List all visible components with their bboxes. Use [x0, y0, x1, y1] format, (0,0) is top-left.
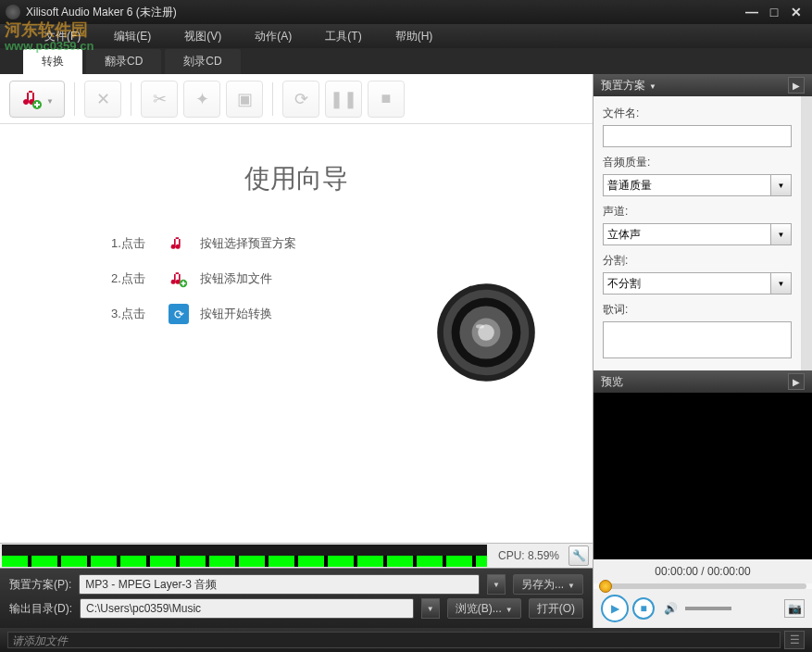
- wizard-step-3-text: 按钮开始转换: [200, 306, 272, 322]
- wizard-step-2: 2.点击 按钮添加文件: [111, 269, 296, 289]
- properties-panel: 文件名: 音频质量: 声道: 分割: 歌词:: [593, 96, 812, 370]
- delete-button[interactable]: ✕: [84, 81, 121, 118]
- add-file-icon: [169, 269, 189, 289]
- quality-dropdown-icon[interactable]: [771, 174, 792, 196]
- wizard-title: 使用向导: [244, 161, 348, 196]
- profile-dropdown-button[interactable]: [487, 574, 506, 595]
- seek-knob-icon[interactable]: [599, 580, 612, 593]
- snapshot-button[interactable]: 📷: [784, 599, 805, 618]
- status-bar: 请添加文件 ☰: [0, 628, 812, 652]
- status-list-button[interactable]: ☰: [784, 631, 805, 649]
- preset-collapse-button[interactable]: [788, 77, 805, 94]
- preview-collapse-button[interactable]: [788, 373, 805, 390]
- channel-dropdown-icon[interactable]: [771, 223, 792, 245]
- cut-button[interactable]: ✂: [141, 81, 178, 118]
- pause-button[interactable]: ❚❚: [325, 81, 362, 118]
- quality-select[interactable]: [603, 174, 771, 196]
- preview-panel-header: 预览: [593, 370, 812, 393]
- profile-combo[interactable]: MP3 - MPEG Layer-3 音频: [79, 574, 480, 595]
- split-label: 分割:: [603, 253, 792, 269]
- seek-slider[interactable]: [599, 583, 806, 589]
- tab-burn-cd[interactable]: 刻录CD: [165, 49, 240, 74]
- menu-bar: 文件(F) 编辑(E) 视图(V) 动作(A) 工具(T) 帮助(H): [0, 24, 812, 48]
- play-button[interactable]: ▶: [601, 595, 629, 622]
- wizard-step-2-text: 按钮添加文件: [200, 270, 272, 287]
- clip-button[interactable]: ▣: [226, 81, 263, 118]
- preview-video-area: [593, 393, 812, 559]
- speaker-image: [435, 282, 537, 383]
- profile-label: 预置方案(P):: [9, 577, 71, 593]
- channel-label: 声道:: [603, 204, 792, 219]
- wizard-panel: 使用向导 1.点击 按钮选择预置方案 2.点击 按钮添加文件: [0, 124, 593, 543]
- add-file-button[interactable]: [9, 81, 65, 118]
- save-as-button[interactable]: 另存为...: [513, 574, 583, 595]
- filename-label: 文件名:: [603, 106, 792, 121]
- preset-panel-header: 预置方案: [593, 74, 812, 96]
- preview-panel: 00:00:00 / 00:00:00 ▶ ■ 🔊 📷: [593, 393, 812, 628]
- quality-label: 音频质量:: [603, 155, 792, 170]
- lyrics-label: 歌词:: [603, 302, 792, 318]
- convert-button[interactable]: ⟳: [282, 81, 319, 118]
- filename-input[interactable]: [603, 125, 792, 147]
- cpu-meter-row: CPU: 8.59% 🔧: [0, 543, 593, 569]
- preview-controls: ▶ ■ 🔊 📷: [593, 589, 812, 628]
- wizard-step-1: 1.点击 按钮选择预置方案: [111, 233, 296, 254]
- volume-slider[interactable]: [685, 607, 731, 610]
- output-dir-label: 输出目录(D):: [9, 601, 72, 617]
- convert-icon: ⟳: [169, 304, 189, 324]
- tab-rip-cd[interactable]: 翻录CD: [86, 49, 161, 74]
- output-dir-combo[interactable]: C:\Users\pc0359\Music: [80, 598, 414, 619]
- browse-button[interactable]: 浏览(B)...: [447, 598, 521, 619]
- split-select[interactable]: [603, 272, 771, 295]
- preset-dropdown-icon[interactable]: [649, 79, 656, 92]
- menu-help[interactable]: 帮助(H): [379, 29, 450, 44]
- menu-tool[interactable]: 工具(T): [308, 29, 378, 44]
- menu-action[interactable]: 动作(A): [238, 29, 308, 44]
- mode-tabs: 转换 翻录CD 刻录CD: [0, 48, 812, 74]
- status-text: 请添加文件: [7, 632, 781, 648]
- stop-preview-button[interactable]: ■: [632, 597, 655, 620]
- minimize-button[interactable]: [742, 4, 762, 20]
- stop-button[interactable]: ■: [368, 81, 405, 118]
- audio-waveform: [2, 545, 487, 567]
- cpu-settings-button[interactable]: 🔧: [568, 545, 589, 566]
- menu-file[interactable]: 文件(F): [28, 29, 97, 44]
- toolbar: ✕ ✂ ✦ ▣ ⟳ ❚❚ ■: [0, 74, 593, 124]
- wizard-step-3: 3.点击 ⟳ 按钮开始转换: [111, 304, 296, 324]
- effects-button[interactable]: ✦: [183, 81, 220, 118]
- cpu-usage-label: CPU: 8.59%: [489, 549, 568, 562]
- menu-view[interactable]: 视图(V): [168, 29, 238, 44]
- menu-edit[interactable]: 编辑(E): [97, 29, 168, 44]
- window-title: Xilisoft Audio Maker 6 (未注册): [26, 5, 740, 20]
- channel-select[interactable]: [603, 223, 771, 245]
- app-logo-icon: [6, 5, 20, 19]
- output-dir-dropdown-button[interactable]: [421, 598, 440, 619]
- wizard-step-1-text: 按钮选择预置方案: [200, 235, 296, 252]
- lyrics-textarea[interactable]: [603, 321, 792, 358]
- volume-icon[interactable]: 🔊: [664, 602, 678, 615]
- output-options: 预置方案(P): MP3 - MPEG Layer-3 音频 另存为... 输出…: [0, 569, 593, 628]
- profile-icon: [169, 233, 189, 254]
- maximize-button[interactable]: [764, 4, 784, 20]
- open-folder-button[interactable]: 打开(O): [529, 598, 583, 619]
- add-dropdown-icon: [46, 89, 54, 108]
- tab-convert[interactable]: 转换: [23, 49, 82, 74]
- split-dropdown-icon[interactable]: [771, 272, 792, 295]
- close-button[interactable]: [786, 4, 806, 20]
- title-bar: Xilisoft Audio Maker 6 (未注册): [0, 0, 812, 24]
- svg-point-8: [476, 324, 484, 328]
- time-display: 00:00:00 / 00:00:00: [593, 559, 812, 583]
